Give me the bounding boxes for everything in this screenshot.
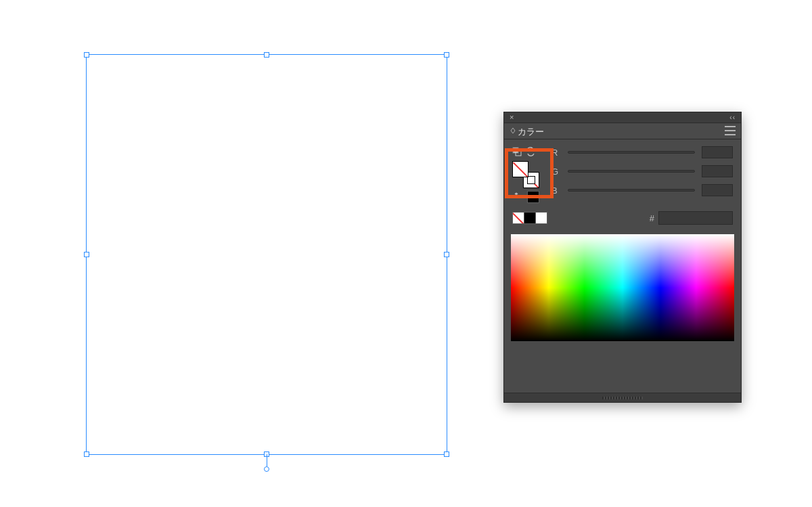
rotation-line — [267, 454, 267, 466]
hex-group: # — [650, 211, 733, 225]
slider-r-row: R — [551, 146, 733, 158]
preset-white-swatch[interactable] — [535, 212, 547, 224]
selection-handle-mr[interactable] — [444, 252, 449, 257]
panel-resize-footer[interactable] — [504, 393, 741, 402]
panel-menu-button[interactable] — [725, 126, 736, 135]
panel-topbar: × ‹‹ — [504, 112, 741, 123]
selection-handle-tr[interactable] — [444, 52, 449, 58]
slider-g-track[interactable] — [568, 170, 695, 173]
panel-collapse-button[interactable]: ‹‹ — [729, 114, 736, 121]
panel-resize-grip-icon[interactable] — [602, 397, 643, 399]
slider-b-label: B — [551, 185, 561, 196]
slider-g-row: G — [551, 165, 733, 177]
rgb-sliders: R G B — [551, 146, 733, 196]
slider-g-value[interactable] — [702, 165, 733, 177]
fill-swatch[interactable] — [512, 161, 528, 177]
selection-bounds[interactable] — [86, 54, 447, 455]
selection-handle-br[interactable] — [444, 451, 449, 457]
fill-stroke-group — [512, 146, 539, 188]
preset-none-swatch[interactable] — [512, 212, 524, 224]
selection-handle-ml[interactable] — [84, 252, 89, 257]
panel-tab-bar: カラー — [504, 123, 741, 139]
slider-r-value[interactable] — [702, 146, 733, 158]
selection-handle-tl[interactable] — [84, 52, 89, 58]
color-panel: × ‹‹ カラー — [503, 112, 742, 403]
selection-handle-bl[interactable] — [84, 451, 89, 457]
hex-input[interactable] — [658, 211, 733, 225]
panel-body: R G B — [504, 139, 741, 225]
last-color-swatch[interactable] — [527, 191, 539, 203]
revert-color-icon[interactable] — [512, 192, 522, 203]
panel-close-button[interactable]: × — [510, 114, 514, 121]
selection-handle-tm[interactable] — [264, 52, 269, 58]
slider-r-label: R — [551, 148, 561, 158]
hex-and-presets-row: # — [512, 211, 733, 225]
slider-r-track[interactable] — [568, 151, 695, 154]
fill-stroke-swatches[interactable] — [512, 161, 539, 188]
slider-g-label: G — [551, 167, 561, 177]
hex-hash-label: # — [650, 213, 654, 223]
preset-black-swatch[interactable] — [524, 212, 536, 224]
panel-title[interactable]: カラー — [516, 124, 548, 138]
default-fill-stroke-icon[interactable] — [512, 147, 522, 156]
panel-grip-icon[interactable] — [510, 127, 516, 135]
color-spectrum[interactable] — [511, 234, 734, 341]
rotation-handle[interactable] — [264, 466, 269, 472]
preset-swatches — [512, 212, 547, 224]
slider-b-track[interactable] — [568, 189, 695, 192]
slider-b-row: B — [551, 184, 733, 196]
swap-fill-stroke-icon[interactable] — [526, 147, 535, 156]
slider-b-value[interactable] — [702, 184, 733, 196]
